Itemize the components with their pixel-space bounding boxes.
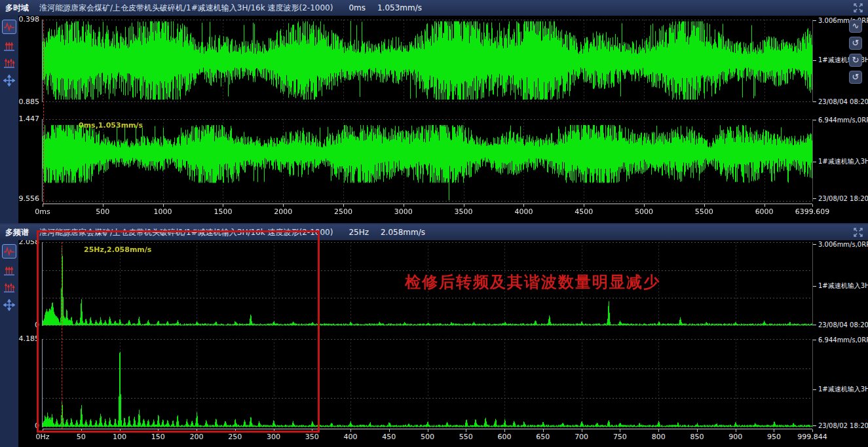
cursor-position-readout: 25Hz — [349, 228, 369, 237]
waveform-cursor-tool[interactable] — [2, 20, 16, 34]
analysis-note: 检修后转频及其谐波数量明显减少 — [405, 272, 660, 293]
waveform-icon — [3, 246, 15, 257]
channel-label: 1#减速机输入3H — [813, 385, 868, 394]
x-tick-label: 5500 — [695, 207, 713, 216]
panel-title: 多时域 — [5, 3, 29, 14]
x-tick-label: 150 — [151, 433, 165, 441]
x-tick — [163, 204, 164, 207]
time-x-axis — [43, 204, 812, 204]
x-tick — [103, 204, 104, 207]
x-tick — [764, 204, 765, 207]
history-undo-button[interactable]: ↺ — [849, 37, 862, 50]
x-tick — [343, 204, 344, 207]
x-tick-label: 3500 — [455, 207, 473, 216]
x-tick-label: 550 — [459, 433, 473, 441]
overall-value-label: 6.944mm/s,0RPM — [813, 116, 868, 124]
x-tick — [428, 429, 428, 432]
spectrum-icon — [3, 265, 15, 277]
x-tick — [704, 204, 705, 207]
waveform-icon — [3, 22, 15, 32]
x-tick — [43, 204, 43, 207]
x-tick — [223, 204, 223, 207]
wave-monitor-button[interactable]: ∿ — [849, 20, 862, 33]
x-tick-label: 4500 — [575, 207, 593, 216]
time-cursor-line[interactable] — [43, 20, 44, 204]
move-cross-icon — [3, 299, 15, 311]
spectrum-tool[interactable] — [2, 264, 16, 278]
x-tick-label: 200 — [190, 433, 204, 441]
x-tick-label: 1000 — [154, 207, 172, 216]
refresh-button[interactable]: ↻ — [849, 54, 862, 67]
move-cross-icon — [3, 75, 15, 86]
x-tick-label: 4000 — [514, 207, 533, 216]
x-tick-label: 6399.609 — [795, 207, 830, 216]
y-axis-line — [42, 20, 43, 102]
x-tick — [543, 429, 544, 432]
x-tick-label: 5000 — [635, 207, 653, 216]
multi-spectrum-icon — [3, 58, 15, 69]
plot-right-edge — [812, 339, 813, 427]
spectrum-icon — [3, 41, 15, 52]
time-rotate-button[interactable]: ↺ — [849, 71, 862, 84]
cursor-annotation: 0ms,1.053mm/s — [79, 121, 143, 130]
time-waveform-plot[interactable] — [43, 119, 812, 202]
x-tick-label: 600 — [498, 433, 512, 441]
x-tick-label: 950 — [767, 433, 781, 441]
x-tick-label: 2000 — [274, 207, 292, 216]
x-tick — [812, 204, 813, 207]
x-tick-label: 900 — [728, 433, 742, 441]
x-tick-label: 0ms — [35, 207, 50, 216]
x-tick — [466, 429, 466, 432]
x-tick-label: 450 — [382, 433, 396, 441]
overall-value-label: 3.006mm/s,0RPM — [813, 241, 868, 248]
cursor-value-readout: 2.058mm/s — [381, 228, 425, 237]
x-tick-label: 1500 — [214, 207, 232, 216]
x-tick — [283, 204, 284, 207]
x-tick — [736, 429, 736, 432]
x-tick-label: 0Hz — [35, 433, 49, 441]
x-tick — [582, 429, 582, 432]
expand-panel-icon[interactable] — [852, 226, 864, 238]
chart-toolbar — [0, 16, 18, 223]
highlight-box — [37, 230, 320, 433]
x-tick-label: 400 — [344, 433, 358, 441]
spectrum-tool[interactable] — [2, 39, 16, 54]
x-tick — [464, 204, 464, 207]
x-tick-label: 650 — [536, 433, 550, 441]
time-domain-header: 多时域 淮河能源唐家会煤矿/上仓皮带机头破碎机/1#减速机输入3H/16k 速度… — [0, 0, 868, 16]
x-tick — [350, 429, 351, 432]
timestamp-label: 23/08/04 08:20:00 — [813, 98, 868, 105]
x-tick-label: 500 — [96, 207, 109, 216]
x-tick-label: 50 — [77, 433, 86, 441]
x-tick-label: 2500 — [334, 207, 352, 216]
x-tick-label: 100 — [113, 433, 126, 441]
x-tick-label: 3000 — [394, 207, 413, 216]
x-tick-label: 999.844 — [797, 433, 827, 441]
timestamp-label: 23/08/04 08:20:00 — [813, 321, 868, 329]
pan-tool[interactable] — [2, 73, 16, 88]
y-axis-line — [42, 119, 43, 202]
x-tick — [697, 429, 698, 432]
x-tick — [644, 204, 645, 207]
x-tick — [504, 429, 505, 432]
expand-panel-icon[interactable] — [852, 2, 864, 14]
x-tick-label: 800 — [652, 433, 666, 441]
multi-spectrum-tool[interactable] — [2, 281, 16, 295]
multi-spectrum-tool[interactable] — [2, 56, 16, 71]
multi-spectrum-icon — [3, 282, 15, 294]
x-tick — [658, 429, 659, 432]
x-tick-label: 500 — [421, 433, 434, 441]
timestamp-label: 23/08/02 18:20:00 — [813, 195, 868, 202]
x-tick — [389, 429, 390, 432]
x-tick-label: 350 — [305, 433, 319, 441]
time-waveform-plot[interactable] — [43, 20, 812, 102]
x-tick — [812, 429, 813, 432]
x-tick-label: 250 — [228, 433, 242, 441]
waveform-cursor-tool[interactable] — [2, 244, 16, 259]
x-tick-label: 700 — [575, 433, 588, 441]
x-tick-label: 850 — [690, 433, 704, 441]
pan-tool[interactable] — [2, 298, 16, 312]
vibration-analysis-app: { "colors":{"green":"#0ce60c","red_box":… — [0, 0, 868, 447]
cursor-value-readout: 1.053mm/s — [377, 3, 422, 12]
panel-title: 多频谱 — [5, 227, 29, 238]
